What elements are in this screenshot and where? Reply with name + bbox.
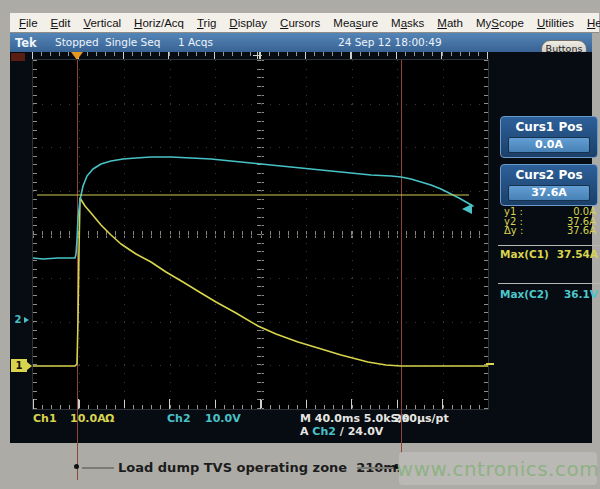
ch1-ground-right-tick bbox=[486, 363, 494, 365]
ch1-scale[interactable]: 10.0A bbox=[70, 412, 106, 425]
measurement-max-c2: Max(C2)36.1V bbox=[500, 288, 598, 300]
measurement-label: Max(C2) bbox=[500, 288, 549, 300]
menu-item-utilities[interactable]: Utilities bbox=[537, 17, 574, 29]
watermark: www.cntronics.com bbox=[399, 452, 597, 485]
measurement-label: Max(C1) bbox=[500, 248, 549, 260]
ch1-position-marker[interactable]: 1 bbox=[11, 359, 27, 372]
curs1-pos-box: Curs1 Pos 0.0A bbox=[500, 116, 598, 158]
menu-item-math[interactable]: Math bbox=[437, 17, 463, 29]
trigger-slope-icon: ∕ bbox=[340, 425, 344, 438]
trace-end-arrow-icon bbox=[462, 204, 472, 214]
ch2-label: Ch2 bbox=[167, 412, 191, 425]
acquisition-mode: Single Seq bbox=[105, 36, 160, 48]
menu-item-display[interactable]: Display bbox=[229, 17, 267, 29]
measurement-value: 37.54A bbox=[557, 248, 598, 260]
sample-resolution-readout: 200µs/pt bbox=[394, 412, 449, 425]
ch1-coupling: Ω bbox=[105, 412, 114, 425]
timebase-readout: M 40.0ms 5.0kS/s bbox=[300, 412, 409, 425]
menu-item-myscope[interactable]: MyScope bbox=[476, 17, 524, 29]
panel-separator bbox=[498, 245, 600, 246]
cursor-readout-value: 37.6A bbox=[567, 226, 596, 236]
curs2-pos-box: Curs2 Pos 37.6A bbox=[500, 164, 598, 206]
menu-item-masks[interactable]: Masks bbox=[391, 17, 424, 29]
cursor-readout-row: Δy :37.6A bbox=[504, 226, 596, 236]
menu-item-trig[interactable]: Trig bbox=[197, 17, 216, 29]
annotation-left-dash bbox=[82, 467, 114, 469]
menu-item-measure[interactable]: Measure bbox=[333, 17, 378, 29]
cursor-readout-label: Δy : bbox=[504, 226, 523, 236]
trigger-prefix: A bbox=[300, 425, 309, 438]
ch1-label: Ch1 bbox=[33, 412, 57, 425]
oscilloscope-screenshot: FileEditVerticalHoriz/AcqTrigDisplayCurs… bbox=[0, 0, 600, 489]
ch2-voltage-trace bbox=[33, 157, 473, 259]
menu-bar: FileEditVerticalHoriz/AcqTrigDisplayCurs… bbox=[10, 13, 599, 33]
tek-logo: Tek bbox=[15, 36, 37, 50]
scope-display: Ch1 10.0A Ω Ch2 10.0V M 40.0ms 5.0kS/s 2… bbox=[10, 52, 592, 443]
menu-item-help[interactable]: Help bbox=[587, 17, 600, 29]
annotation-text: Load dump TVS operating zone 210ms bbox=[118, 460, 363, 475]
status-bar: Tek Stopped Single Seq 1 Acqs 24 Sep 12 … bbox=[10, 33, 592, 52]
measurement-value: 36.1V bbox=[564, 288, 598, 300]
curs2-pos-value[interactable]: 37.6A bbox=[508, 185, 590, 201]
curs1-pos-title: Curs1 Pos bbox=[501, 120, 597, 134]
trigger-source: Ch2 bbox=[312, 425, 336, 438]
measurement-max-c1: Max(C1)37.54A bbox=[500, 248, 598, 260]
annotation-left-dot bbox=[74, 464, 79, 469]
cursor-panel: Curs1 Pos 0.0A Curs2 Pos 37.6A y1 :0.0Ay… bbox=[498, 112, 600, 477]
bezel-decor bbox=[11, 53, 25, 61]
ch2-position-marker[interactable]: 2 bbox=[13, 313, 23, 326]
trigger-readout: A Ch2 ∕ 24.0V bbox=[300, 425, 383, 438]
curs2-pos-title: Curs2 Pos bbox=[501, 168, 597, 182]
curs1-pos-value[interactable]: 0.0A bbox=[508, 137, 590, 153]
menu-item-vertical[interactable]: Vertical bbox=[83, 17, 121, 29]
graticule bbox=[32, 59, 489, 410]
trigger-level: 24.0V bbox=[348, 425, 384, 438]
ruler-center-cross bbox=[257, 52, 258, 59]
menu-item-horizacq[interactable]: Horiz/Acq bbox=[134, 17, 184, 29]
datetime: 24 Sep 12 18:00:49 bbox=[338, 36, 442, 48]
cursor-readout-block: y1 :0.0Ay2 :37.6AΔy :37.6A bbox=[504, 207, 596, 236]
ch2-scale[interactable]: 10.0V bbox=[205, 412, 241, 425]
acquisition-status: Stopped bbox=[55, 36, 99, 48]
annotation-right-dash bbox=[357, 467, 393, 469]
menu-item-cursors[interactable]: Cursors bbox=[280, 17, 320, 29]
acquisition-count: 1 Acqs bbox=[178, 36, 213, 48]
menu-item-edit[interactable]: Edit bbox=[51, 17, 71, 29]
waveform-svg bbox=[33, 60, 488, 409]
menu-item-file[interactable]: File bbox=[19, 17, 38, 29]
ch1-current-trace bbox=[33, 198, 488, 366]
panel-separator bbox=[498, 283, 600, 284]
